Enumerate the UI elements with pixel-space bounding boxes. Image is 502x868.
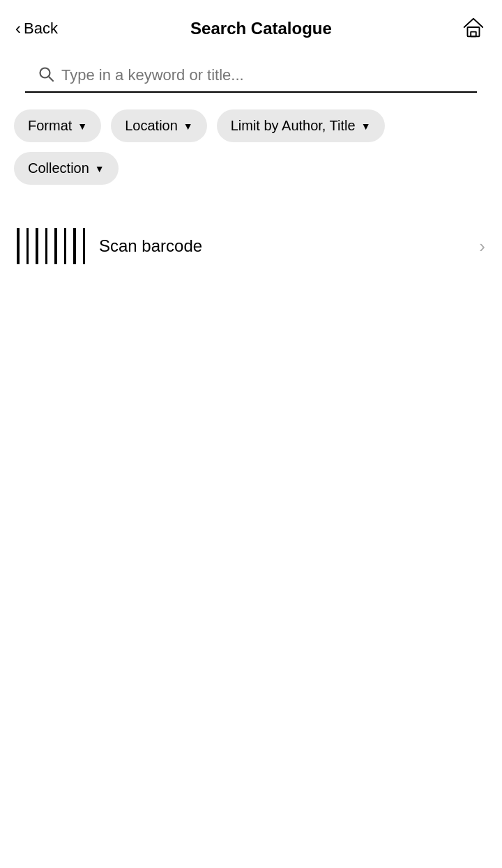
location-filter-label: Location [125,118,178,134]
location-filter-button[interactable]: Location ▼ [111,109,206,142]
format-chevron-icon: ▼ [77,121,87,132]
search-icon [38,66,54,86]
limit-chevron-icon: ▼ [361,121,371,132]
scan-barcode-chevron-icon: › [479,236,485,257]
collection-filter-label: Collection [28,160,89,176]
barcode-icon [17,228,85,264]
page-title: Search Catalogue [63,19,459,38]
format-filter-button[interactable]: Format ▼ [14,109,101,142]
home-icon [462,31,485,41]
back-label: Back [24,20,58,38]
back-button[interactable]: ‹ Back [10,17,63,40]
header: ‹ Back Search Catalogue [0,0,502,54]
limit-filter-button[interactable]: Limit by Author, Title ▼ [217,109,385,142]
search-bar-wrapper [0,54,502,93]
filters-row-1: Format ▼ Location ▼ Limit by Author, Tit… [0,93,502,142]
search-input[interactable] [61,61,464,91]
limit-filter-label: Limit by Author, Title [231,118,356,134]
svg-rect-1 [471,32,476,37]
scan-barcode-label: Scan barcode [99,236,479,256]
back-chevron-icon: ‹ [15,20,21,37]
filters-row-2: Collection ▼ [0,142,502,185]
collection-filter-button[interactable]: Collection ▼ [14,152,119,185]
format-filter-label: Format [28,118,72,134]
svg-line-3 [49,77,54,82]
search-bar[interactable] [25,54,477,93]
scan-barcode-row[interactable]: Scan barcode › [0,206,502,287]
location-chevron-icon: ▼ [183,121,193,132]
collection-chevron-icon: ▼ [95,163,105,174]
home-button[interactable] [459,13,488,44]
